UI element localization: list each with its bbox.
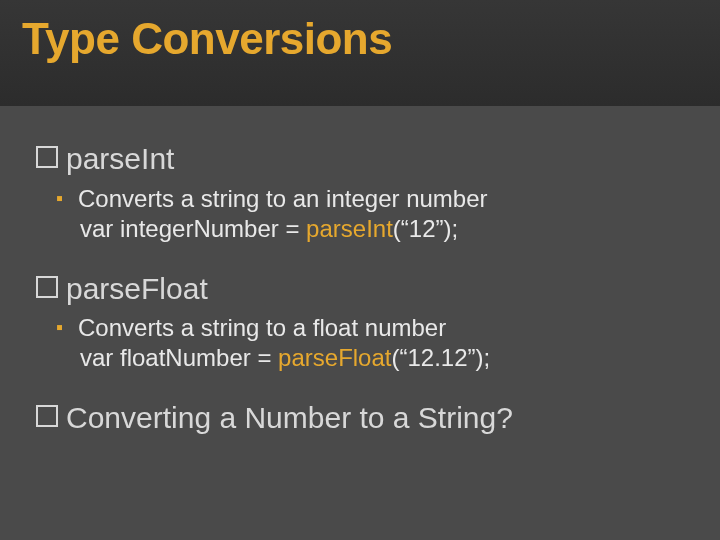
question-text: Converting a Number to a String? — [66, 401, 513, 434]
parsefloat-sub: ▪Converts a string to a float number var… — [80, 313, 680, 373]
square-bullet-icon: ▪ — [56, 186, 78, 211]
slide: Type Conversions parseInt ▪Converts a st… — [0, 0, 720, 540]
heading-question: Converting a Number to a String? — [36, 399, 680, 437]
parsefloat-code-fn: parseFloat — [278, 344, 391, 371]
parseint-code-post: (“12”); — [393, 215, 458, 242]
parseint-sub: ▪Converts a string to an integer number … — [80, 184, 680, 244]
parsefloat-desc: Converts a string to a float number — [78, 314, 446, 341]
bullet-box-icon — [36, 146, 58, 168]
parsefloat-code-pre: var floatNumber = — [80, 344, 278, 371]
parsefloat-code-post: (“12.12”); — [391, 344, 490, 371]
heading-parseint: parseInt — [36, 140, 680, 178]
slide-title: Type Conversions — [0, 0, 720, 64]
square-bullet-icon: ▪ — [56, 315, 78, 340]
bullet-box-icon — [36, 276, 58, 298]
slide-content: parseInt ▪Converts a string to an intege… — [36, 140, 680, 443]
heading-parsefloat: parseFloat — [36, 270, 680, 308]
bullet-box-icon — [36, 405, 58, 427]
parseint-code-pre: var integerNumber = — [80, 215, 306, 242]
title-band: Type Conversions — [0, 0, 720, 106]
heading-parseint-text: parseInt — [66, 142, 174, 175]
heading-parsefloat-text: parseFloat — [66, 272, 208, 305]
parseint-desc: Converts a string to an integer number — [78, 185, 488, 212]
parseint-code-fn: parseInt — [306, 215, 393, 242]
